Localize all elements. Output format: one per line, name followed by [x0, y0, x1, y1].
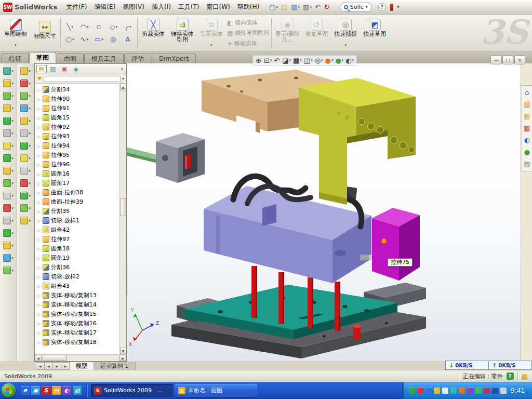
- file-explorer-icon[interactable]: ▥: [524, 113, 530, 120]
- expand-arrow-icon[interactable]: [36, 180, 41, 187]
- left-toolbar-button[interactable]: ▾: [20, 154, 31, 162]
- left-toolbar-button[interactable]: ▾: [20, 167, 31, 175]
- command-tab[interactable]: 草图: [29, 52, 56, 63]
- tray-icon[interactable]: [484, 388, 490, 394]
- tree-vertical-scrollbar[interactable]: [119, 84, 126, 354]
- expand-arrow-icon[interactable]: [36, 329, 41, 336]
- toolbar-button[interactable]: + 移动实体: [227, 39, 269, 47]
- left-toolbar-button[interactable]: ▾: [20, 92, 31, 100]
- feature-tree-item[interactable]: 实体-移动/复制14: [35, 300, 119, 309]
- tray-icon[interactable]: [417, 388, 423, 394]
- point-tool-icon[interactable]: ▫: [92, 21, 106, 33]
- left-toolbar-button[interactable]: ▾: [3, 242, 14, 249]
- hide-show-items-icon[interactable]: ◎ ▾: [314, 57, 324, 64]
- zoom-fit-icon[interactable]: ⊕: [255, 57, 262, 64]
- messenger-icon[interactable]: ▧: [73, 386, 82, 395]
- expand-arrow-icon[interactable]: [36, 142, 41, 149]
- open-folder-icon[interactable]: ▤: [280, 3, 289, 11]
- expand-arrow-icon[interactable]: [36, 198, 41, 205]
- expand-arrow-icon[interactable]: [36, 217, 41, 224]
- options-icon[interactable]: [390, 4, 393, 11]
- tray-icon[interactable]: [442, 388, 448, 394]
- tab-nav-button[interactable]: ◀: [36, 362, 45, 370]
- tab-nav-button[interactable]: ▶: [61, 362, 70, 370]
- dimxpert-manager-tab[interactable]: ◈: [71, 65, 81, 73]
- model-yellow-bracket[interactable]: [299, 78, 416, 205]
- feature-tree-tab[interactable]: ▤: [36, 65, 47, 73]
- left-toolbar-button[interactable]: ▾: [20, 117, 31, 125]
- toolbar-button[interactable]: ╳ 剪裁实体: [140, 19, 167, 47]
- menu-item[interactable]: 工具(T): [175, 1, 203, 13]
- configuration-manager-tab[interactable]: ▣: [59, 65, 70, 73]
- feature-tree-item[interactable]: 圆角16: [35, 169, 119, 178]
- save-icon[interactable]: ▦ ▾: [290, 3, 301, 11]
- left-toolbar-button[interactable]: ▾: [3, 142, 14, 150]
- feature-tree-item[interactable]: 分割35: [35, 206, 119, 216]
- smart-dimension-button[interactable]: ↔ 智能尺寸: [31, 21, 58, 45]
- restore-doc-button[interactable]: ▢: [502, 56, 513, 64]
- apply-scene-icon[interactable]: ● ▾: [335, 57, 344, 64]
- tray-icon[interactable]: [409, 388, 415, 394]
- expand-arrow-icon[interactable]: [36, 161, 41, 168]
- sketch-button[interactable]: 草图绘制 ▾: [2, 19, 29, 47]
- menu-item[interactable]: 文件(F): [62, 1, 90, 13]
- scene-icon[interactable]: ●: [524, 149, 530, 156]
- feature-tree-item[interactable]: 实体-移动/复制13: [35, 290, 119, 300]
- expand-arrow-icon[interactable]: [36, 339, 41, 345]
- expand-arrow-icon[interactable]: [36, 86, 41, 93]
- feature-tree-item[interactable]: 实体-移动/复制16: [35, 318, 119, 328]
- toolbar-button[interactable]: ◎ 快速捕捉 ▾: [332, 19, 359, 47]
- panel-overflow-icon[interactable]: »: [121, 66, 125, 72]
- minimize-doc-button[interactable]: —: [490, 56, 501, 64]
- feature-tree-item[interactable]: 圆角15: [35, 113, 119, 122]
- print-icon[interactable]: ▥ ▾: [302, 3, 313, 11]
- section-view-icon[interactable]: ◪ ▾: [282, 57, 291, 64]
- taskbar-task-button[interactable]: ▤ 未命名 - 画图: [175, 384, 257, 397]
- feature-tree-item[interactable]: 曲面-拉伸38: [35, 188, 119, 197]
- left-toolbar-button[interactable]: ▾: [3, 179, 14, 187]
- left-toolbar-button[interactable]: ▾: [3, 204, 14, 212]
- expand-arrow-icon[interactable]: [36, 301, 41, 308]
- menu-item[interactable]: 插入(I): [148, 1, 175, 13]
- feature-tree-item[interactable]: 拉伸90: [35, 94, 119, 103]
- toolbar-button[interactable]: ▦ 线性草图阵列: [227, 29, 269, 37]
- feature-tree-item[interactable]: 拉伸96: [35, 159, 119, 169]
- display-style-icon[interactable]: ◫ ▾: [303, 57, 313, 64]
- arc-tool-icon[interactable]: ◠ ▾: [77, 21, 91, 33]
- menu-item[interactable]: 编辑(E): [90, 1, 119, 13]
- media-player-icon[interactable]: ◐: [62, 386, 71, 395]
- left-toolbar-button[interactable]: ▾: [20, 79, 31, 87]
- feature-tree-item[interactable]: 切除-放样1: [35, 216, 119, 225]
- model-tab[interactable]: 运动算例 1: [94, 362, 136, 370]
- feature-tree-item[interactable]: 拉伸91: [35, 103, 119, 113]
- zoom-area-icon[interactable]: ⊡ ▾: [263, 57, 272, 64]
- left-toolbar-button[interactable]: ▾: [3, 267, 14, 274]
- circle-tool-icon[interactable]: ○ ▾: [63, 33, 77, 45]
- feature-tree-item[interactable]: 圆角18: [35, 244, 119, 253]
- tray-icon[interactable]: [459, 388, 465, 394]
- feature-tree-item[interactable]: 拉伸94: [35, 141, 119, 150]
- help-icon[interactable]: ?: [378, 3, 386, 11]
- feature-tree-item[interactable]: 切除-放样2: [35, 272, 119, 281]
- menu-item[interactable]: 视图(V): [119, 1, 148, 13]
- left-toolbar-button[interactable]: ▾: [3, 129, 14, 137]
- feature-tree-item[interactable]: 分割36: [35, 262, 119, 272]
- expand-arrow-icon[interactable]: [36, 96, 41, 102]
- tray-icon[interactable]: [492, 388, 498, 394]
- toolbar-button[interactable]: ↺ 修复草图: [303, 19, 330, 47]
- view-orientation-icon[interactable]: ▦ ▾: [292, 57, 302, 64]
- model-gray-insert[interactable]: [156, 133, 205, 183]
- feature-tree-item[interactable]: 拉伸92: [35, 122, 119, 131]
- expand-arrow-icon[interactable]: [36, 208, 41, 215]
- search-caret-icon[interactable]: ▾: [366, 5, 368, 9]
- scroll-right-icon[interactable]: [119, 355, 126, 361]
- command-tab[interactable]: 特征: [2, 54, 29, 63]
- left-toolbar-button[interactable]: ▾: [3, 79, 14, 87]
- custom-properties-tag-icon[interactable]: ▤: [522, 373, 528, 380]
- sketch-fillet-tool-icon[interactable]: ╭ ▾: [121, 21, 135, 33]
- toolbar-button[interactable]: ◩ 快速草图: [361, 19, 388, 47]
- filter-caret-icon[interactable]: ▾: [122, 76, 124, 81]
- left-toolbar-button[interactable]: ▾: [3, 154, 14, 162]
- scrollbar-thumb[interactable]: [43, 355, 66, 361]
- rebuild-icon[interactable]: ↻: [323, 3, 331, 11]
